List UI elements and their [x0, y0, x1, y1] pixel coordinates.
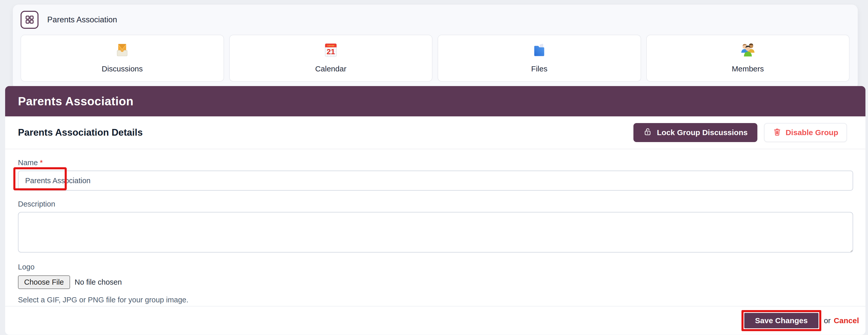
- group-header: Parents Association: [21, 11, 117, 29]
- lock-button-label: Lock Group Discussions: [657, 128, 748, 137]
- svg-text:21: 21: [327, 48, 335, 56]
- card-label: Members: [732, 64, 764, 73]
- unlock-icon: [643, 127, 652, 138]
- logo-helper-text: Select a GIF, JPG or PNG file for your g…: [18, 296, 853, 304]
- required-asterisk: *: [40, 159, 42, 167]
- grid-icon: [24, 15, 35, 25]
- card-label: Discussions: [102, 64, 143, 73]
- svg-text:Calendar: Calendar: [327, 45, 334, 47]
- no-file-chosen-text: No file chosen: [75, 278, 122, 286]
- name-input[interactable]: [18, 171, 853, 191]
- group-banner: Parents Association: [5, 86, 865, 116]
- envelope-icon: [114, 41, 131, 59]
- group-apps-button[interactable]: [21, 11, 38, 29]
- header-actions: Lock Group Discussions Disable Gro: [633, 123, 847, 142]
- group-title: Parents Association: [47, 15, 117, 24]
- card-files[interactable]: Files: [438, 35, 641, 82]
- folder-icon: [531, 41, 547, 59]
- save-annotation-frame: Save Changes: [741, 310, 821, 331]
- card-discussions[interactable]: Discussions: [21, 35, 224, 82]
- card-calendar[interactable]: Calendar 21 Calendar: [229, 35, 433, 82]
- details-form: Name* Description Logo Choose File No fi…: [5, 159, 865, 304]
- description-label: Description: [18, 200, 853, 208]
- banner-title: Parents Association: [18, 94, 133, 108]
- details-heading: Parents Association Details: [18, 127, 633, 138]
- lock-group-discussions-button[interactable]: Lock Group Discussions: [633, 123, 757, 142]
- group-overview-panel: Parents Association Discussions: [13, 5, 858, 89]
- name-label: Name*: [18, 159, 853, 167]
- trash-icon: [773, 128, 781, 138]
- choose-file-button[interactable]: Choose File: [18, 275, 70, 289]
- save-changes-button[interactable]: Save Changes: [744, 313, 818, 328]
- disable-group-button[interactable]: Disable Group: [764, 123, 847, 142]
- app-cards: Discussions: [21, 35, 849, 82]
- card-members[interactable]: Members: [646, 35, 850, 82]
- page: Parents Association Discussions: [0, 0, 868, 335]
- logo-file-input: Choose File No file chosen: [18, 275, 853, 289]
- group-details-panel: Parents Association Details Lock Group D…: [5, 116, 865, 335]
- calendar-icon: Calendar 21: [323, 41, 339, 59]
- members-icon: [739, 41, 756, 59]
- card-label: Files: [531, 64, 548, 73]
- details-header: Parents Association Details Lock Group D…: [5, 116, 865, 149]
- or-text: or: [824, 316, 831, 325]
- card-label: Calendar: [315, 64, 346, 73]
- logo-label: Logo: [18, 263, 853, 271]
- form-footer: Save Changes or Cancel: [5, 306, 865, 335]
- cancel-link[interactable]: Cancel: [834, 316, 859, 325]
- disable-button-label: Disable Group: [786, 128, 838, 137]
- description-textarea[interactable]: [18, 212, 853, 253]
